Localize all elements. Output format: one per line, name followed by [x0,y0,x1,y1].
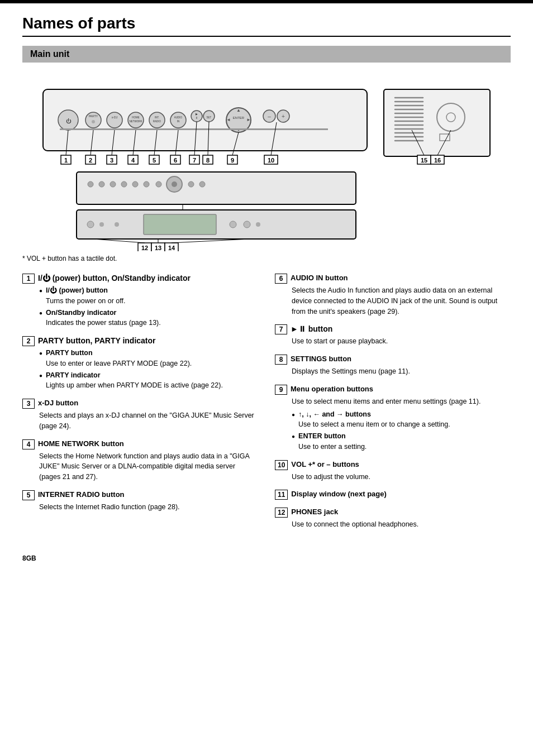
item-2-sub2-title: PARTY indicator [46,371,100,379]
svg-point-96 [199,181,205,187]
item-8-desc: Displays the Settings menu (page 11). [292,367,410,375]
item-12-body: Use to connect the optional headphones. [275,519,511,530]
svg-text:5: 5 [153,157,156,164]
svg-text:15: 15 [421,157,427,164]
item-6-num: 6 [275,274,287,284]
item-9-sub2-title: ENTER button [298,432,346,440]
svg-point-86 [88,181,93,187]
svg-point-91 [144,181,149,187]
svg-text:►: ► [246,117,251,122]
svg-text:13: 13 [155,245,161,251]
svg-text:–: – [268,113,271,119]
svg-text:3: 3 [110,157,113,164]
unit-diagram: ⏻ PARTY x-DJ HOME NETWORK INT. RADIO AUD… [26,73,507,251]
item-2-sub1-desc: Use to enter or leave PARTY MODE (page 2… [46,360,192,367]
col-left: 1 I/⏻ (power) button, On/Standby indicat… [22,274,258,538]
item-5: 5 INTERNET RADIO button Selects the Inte… [22,490,258,513]
svg-point-94 [172,181,177,187]
item-1-sub2-title: On/Standby indicator [46,309,116,317]
descriptions: 1 I/⏻ (power) button, On/Standby indicat… [22,274,511,538]
svg-text:2: 2 [89,157,92,164]
svg-text:9: 9 [231,157,234,164]
item-9-title: Menu operation buttons [291,385,373,393]
item-7: 7 ►⏸ button Use to start or pause playba… [275,324,511,347]
item-5-num: 5 [22,490,35,500]
item-2-body: ● PARTY button Use to enter or leave PAR… [22,348,258,391]
svg-text:6: 6 [174,157,177,164]
item-2-sub2-desc: Lights up amber when PARTY MODE is activ… [46,381,223,389]
item-6-body: Selects the Audio In function and plays … [275,285,511,317]
section-header: Main unit [22,46,511,63]
svg-rect-85 [77,172,356,204]
item-2-num: 2 [22,336,35,346]
bullet-icon: ● [39,371,42,380]
item-7-num: 7 [275,324,287,334]
item-4-num: 4 [22,439,35,449]
item-12-desc: Use to connect the optional headphones. [292,520,418,528]
svg-point-104 [99,222,104,227]
svg-text:⏻: ⏻ [66,118,72,124]
svg-point-92 [156,181,161,187]
svg-point-88 [110,181,116,187]
page-content: Names of parts Main unit ⏻ PARTY x-DJ HO… [0,3,533,579]
item-3: 3 x-DJ button Selects and plays an x-DJ … [22,399,258,432]
item-2: 2 PARTY button, PARTY indicator ● PARTY … [22,336,258,391]
item-1: 1 I/⏻ (power) button, On/Standby indicat… [22,274,258,328]
item-6-title: AUDIO IN button [291,274,348,282]
item-9-main-desc: Use to select menu items and enter menu … [292,398,480,405]
svg-point-108 [256,222,260,227]
item-5-title: INTERNET RADIO button [38,490,125,499]
svg-text:16: 16 [434,157,441,164]
svg-text:PARTY: PARTY [89,114,98,118]
item-8-num: 8 [275,355,287,365]
bullet-icon: ● [39,309,42,317]
svg-point-87 [99,181,104,187]
item-4-desc: Selects the Home Network function and pl… [39,452,249,481]
item-7-desc: Use to start or pause playback. [292,337,388,345]
svg-text:ENTER: ENTER [233,116,245,119]
svg-text:12: 12 [141,245,148,251]
bullet-icon: ● [39,286,42,295]
item-11-title: Display window (next page) [291,490,386,498]
col-right: 6 AUDIO IN button Selects the Audio In f… [275,274,511,538]
item-10-num: 10 [275,460,288,470]
svg-text:14: 14 [168,245,175,251]
svg-text:x-DJ: x-DJ [112,116,118,119]
item-1-sub1-title: I/⏻ (power) button [46,286,108,294]
item-9-body: Use to select menu items and enter menu … [275,396,511,452]
svg-point-105 [115,222,119,227]
item-10-title: VOL +* or – buttons [291,460,359,468]
svg-rect-32 [60,128,328,130]
item-8-body: Displays the Settings menu (page 11). [275,366,511,377]
svg-text:RADIO: RADIO [153,120,161,123]
item-3-desc: Selects and plays an x-DJ channel on the… [39,412,254,430]
svg-point-6 [107,112,122,128]
svg-text:NETWORK: NETWORK [130,120,142,123]
footnote: * VOL + button has a tactile dot. [22,255,511,262]
item-1-sub2-desc: Indicates the power status (page 13). [46,319,161,327]
bullet-icon: ● [39,349,42,357]
svg-text:10: 10 [268,157,274,164]
bullet-icon: ● [292,410,295,419]
item-3-num: 3 [22,399,35,409]
svg-text:HOME: HOME [132,116,140,119]
item-2-title: PARTY button, PARTY indicator [38,336,156,345]
item-1-body: ● I/⏻ (power) button Turns the power on … [22,285,258,328]
diagram-area: ⏻ PARTY x-DJ HOME NETWORK INT. RADIO AUD… [22,73,511,251]
svg-text:▲: ▲ [236,108,241,113]
item-1-title: I/⏻ (power) button, On/Standby indicator [38,274,191,283]
item-2-sub1-title: PARTY button [46,349,93,357]
svg-point-90 [132,181,138,187]
item-12: 12 PHONES jack Use to connect the option… [275,508,511,530]
item-12-num: 12 [275,508,288,518]
item-8-title: SETTINGS button [291,355,351,363]
svg-rect-102 [144,214,216,235]
item-12-title: PHONES jack [291,508,338,516]
item-4: 4 HOME NETWORK button Selects the Home N… [22,439,258,482]
item-11-num: 11 [275,490,288,500]
svg-text:II: II [196,116,198,119]
item-3-title: x-DJ button [38,399,78,407]
item-9-num: 9 [275,385,287,395]
svg-point-95 [188,181,194,187]
item-6-desc: Selects the Audio In function and plays … [292,286,497,315]
